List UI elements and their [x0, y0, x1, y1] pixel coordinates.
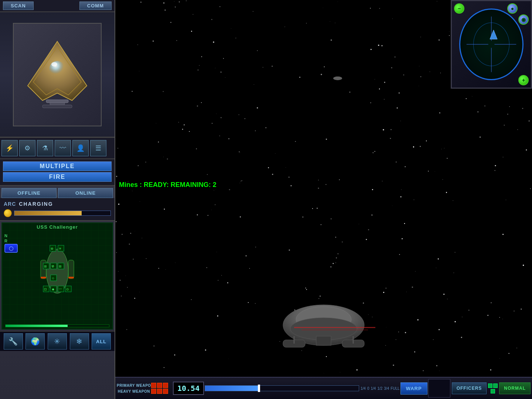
- svg-point-61: [139, 292, 140, 292]
- helm-icon-btn[interactable]: ⚙: [19, 140, 35, 156]
- svg-point-116: [166, 269, 166, 270]
- heavy-pip-3: [163, 389, 168, 394]
- svg-rect-336: [316, 336, 331, 345]
- svg-point-323: [461, 337, 462, 338]
- throttle-bar[interactable]: 1/4 0 1/4 1/2 3/4 FULL: [205, 385, 399, 391]
- svg-point-44: [466, 98, 467, 99]
- svg-point-93: [381, 45, 382, 46]
- status-pip-3: [491, 389, 495, 393]
- menu-icon-btn[interactable]: ☰: [90, 140, 106, 156]
- svg-point-291: [235, 38, 236, 38]
- svg-point-49: [530, 188, 531, 189]
- svg-point-327: [268, 167, 269, 168]
- svg-point-220: [449, 31, 450, 32]
- svg-point-84: [253, 11, 253, 12]
- speed-display: 10.54: [173, 382, 204, 395]
- svg-point-72: [509, 353, 509, 354]
- svg-point-154: [495, 170, 495, 171]
- wrench-icon-btn[interactable]: 🔧: [4, 333, 23, 349]
- minimap-indicator-right[interactable]: ◉: [518, 14, 529, 25]
- lightning-icon-btn[interactable]: ⚡: [1, 140, 18, 156]
- svg-text:⊞: ⊞: [59, 265, 62, 268]
- online-button[interactable]: ONLINE: [58, 188, 113, 198]
- nr-label: N: [4, 233, 18, 238]
- svg-point-181: [299, 77, 300, 78]
- svg-point-41: [523, 265, 524, 266]
- svg-point-317: [357, 369, 358, 371]
- charge-row: [4, 209, 111, 217]
- top-buttons: SCAN COMM: [0, 0, 115, 12]
- arc-row: ARC CHARGING: [4, 201, 111, 207]
- svg-point-125: [140, 201, 140, 202]
- svg-point-152: [419, 86, 419, 86]
- svg-point-196: [444, 148, 444, 148]
- fire-section: MULTIPLE FIRE: [0, 159, 115, 186]
- svg-point-53: [330, 266, 332, 268]
- svg-point-221: [326, 139, 327, 140]
- svg-point-204: [117, 148, 118, 149]
- svg-point-59: [163, 91, 164, 92]
- svg-point-257: [154, 345, 154, 346]
- svg-point-137: [436, 268, 436, 268]
- svg-point-177: [272, 174, 273, 175]
- officers-button[interactable]: OFFICERS: [452, 382, 487, 394]
- globe-icon-btn[interactable]: 🌍: [25, 333, 45, 349]
- svg-point-306: [415, 271, 416, 272]
- minimap-plus-button[interactable]: +: [518, 75, 529, 85]
- svg-point-119: [318, 180, 319, 181]
- pip-3: [163, 383, 168, 388]
- svg-point-68: [156, 123, 156, 124]
- minimap-indicator-top[interactable]: ●: [507, 3, 518, 14]
- star-icon-btn[interactable]: ✳: [48, 333, 67, 349]
- svg-point-304: [116, 221, 116, 222]
- svg-point-247: [414, 200, 414, 200]
- svg-point-98: [245, 118, 245, 119]
- svg-point-75: [191, 31, 192, 32]
- minimap-minus-button[interactable]: −: [454, 3, 464, 14]
- svg-point-85: [215, 68, 215, 68]
- person-icon-btn[interactable]: 👤: [72, 140, 89, 156]
- charging-label: CHARGING: [19, 201, 53, 207]
- svg-point-42: [211, 209, 212, 210]
- svg-point-278: [339, 179, 340, 180]
- svg-marker-347: [490, 30, 497, 39]
- svg-point-50: [401, 189, 402, 190]
- ship-display: USS Challenger N R ◯ ⊕ ✳ ⊞: [1, 222, 113, 330]
- svg-point-101: [286, 167, 286, 168]
- offline-button[interactable]: OFFLINE: [1, 188, 57, 198]
- svg-point-86: [420, 146, 421, 147]
- svg-point-37: [395, 57, 396, 58]
- svg-point-56: [175, 7, 176, 8]
- comm-button[interactable]: COMM: [79, 1, 112, 10]
- svg-point-211: [118, 204, 119, 205]
- svg-point-90: [490, 369, 491, 371]
- svg-point-319: [400, 121, 401, 121]
- throttle-track[interactable]: [205, 385, 359, 391]
- svg-point-183: [446, 192, 447, 193]
- svg-point-112: [165, 10, 166, 10]
- svg-point-146: [257, 107, 258, 108]
- svg-point-212: [382, 181, 383, 181]
- throttle-tick-0: 0: [367, 386, 369, 391]
- warp-button[interactable]: WARP: [400, 382, 427, 395]
- svg-point-240: [239, 151, 240, 153]
- svg-point-307: [439, 371, 440, 371]
- scan-button[interactable]: SCAN: [3, 1, 34, 10]
- wave-icon-btn[interactable]: 〰: [55, 140, 71, 156]
- status-pip-1: [488, 383, 492, 388]
- svg-point-188: [275, 153, 276, 154]
- all-button[interactable]: ALL: [92, 333, 111, 349]
- svg-point-142: [507, 114, 508, 115]
- svg-point-331: [499, 317, 500, 318]
- svg-point-235: [266, 127, 266, 128]
- svg-point-73: [118, 271, 119, 272]
- heavy-pip-2: [157, 389, 162, 394]
- normal-button[interactable]: NORMAL: [499, 382, 531, 394]
- svg-rect-30: [41, 277, 46, 279]
- svg-point-77: [240, 153, 240, 153]
- svg-point-236: [338, 1, 338, 2]
- science-icon-btn[interactable]: ⚗: [37, 140, 53, 156]
- charge-indicator: [4, 209, 12, 217]
- snowflake-icon-btn[interactable]: ❄: [70, 333, 89, 349]
- svg-point-54: [207, 174, 208, 175]
